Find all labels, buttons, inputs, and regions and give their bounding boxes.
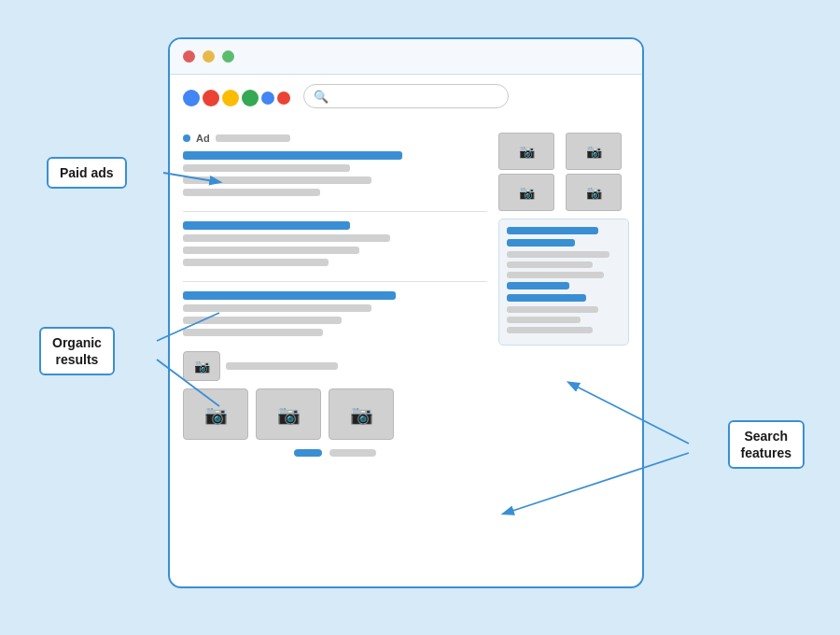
ad-title-bar — [183, 151, 402, 160]
dot-yellow — [203, 50, 215, 63]
small-img-preview: 📷 — [183, 351, 220, 381]
image-result-1: 📷 — [183, 388, 248, 440]
dot-red — [183, 50, 195, 63]
ad-text-2 — [183, 176, 371, 184]
side-img-4: 📷 — [566, 174, 622, 211]
ad-label: Ad — [196, 133, 210, 144]
search-features-annotation: Search features — [728, 420, 805, 469]
side-gray-4 — [507, 306, 598, 313]
side-image-grid: 📷 📷 📷 📷 — [498, 133, 629, 211]
side-text-panel — [498, 219, 629, 346]
side-bar-2 — [507, 239, 575, 247]
ad-result-block: Ad — [183, 133, 487, 196]
ad-text-1 — [183, 164, 350, 172]
organic-result-1 — [183, 221, 487, 266]
organic-results-label-1: Organic — [52, 335, 102, 350]
side-gray-6 — [507, 327, 593, 333]
search-bar[interactable]: 🔍 — [303, 84, 509, 108]
image-result-3: 📷 — [329, 388, 394, 440]
small-img-text — [226, 362, 338, 370]
organic-results-annotation: Organic results — [39, 327, 115, 375]
side-gray-2 — [507, 261, 593, 268]
browser-titlebar — [170, 39, 642, 75]
dot-green — [222, 50, 234, 63]
google-logo — [183, 90, 290, 106]
organic-result-2 — [183, 291, 487, 336]
side-gray-5 — [507, 317, 581, 323]
side-img-1: 📷 — [498, 133, 554, 170]
organic2-text-3 — [183, 329, 323, 336]
organic2-title — [183, 291, 396, 300]
ad-dot — [183, 134, 190, 142]
side-gray-1 — [507, 251, 609, 258]
organic1-text-2 — [183, 247, 359, 254]
divider-1 — [183, 211, 487, 212]
scene: 🔍 Ad — [19, 19, 821, 616]
organic1-title — [183, 221, 350, 230]
side-img-2: 📷 — [566, 133, 622, 170]
search-features-label-2: features — [741, 445, 791, 460]
side-img-3: 📷 — [498, 174, 554, 211]
side-bar-1 — [507, 227, 598, 234]
scroll-thumb — [294, 449, 322, 457]
organic1-text-3 — [183, 259, 329, 266]
organic2-text-1 — [183, 304, 371, 312]
organic-results-label-2: results — [55, 352, 98, 367]
paid-ads-label: Paid ads — [60, 165, 114, 180]
ad-text-3 — [183, 189, 320, 196]
divider-2 — [183, 281, 487, 282]
side-gray-3 — [507, 272, 604, 278]
side-panel: 📷 📷 📷 📷 — [498, 133, 629, 457]
search-features-label-1: Search — [744, 429, 788, 444]
image-results-row: 📷 📷 📷 — [183, 388, 487, 440]
side-bar-3 — [507, 282, 569, 289]
browser-window: 🔍 Ad — [168, 37, 644, 588]
scroll-indicator — [183, 449, 487, 457]
paid-ads-annotation: Paid ads — [47, 157, 127, 189]
image-result-2: 📷 — [256, 388, 321, 440]
organic1-text-1 — [183, 234, 390, 242]
organic2-text-2 — [183, 317, 342, 324]
side-bar-4 — [507, 294, 586, 302]
main-results-column: Ad — [183, 133, 487, 457]
scroll-track — [329, 449, 376, 457]
search-icon: 🔍 — [314, 90, 329, 104]
